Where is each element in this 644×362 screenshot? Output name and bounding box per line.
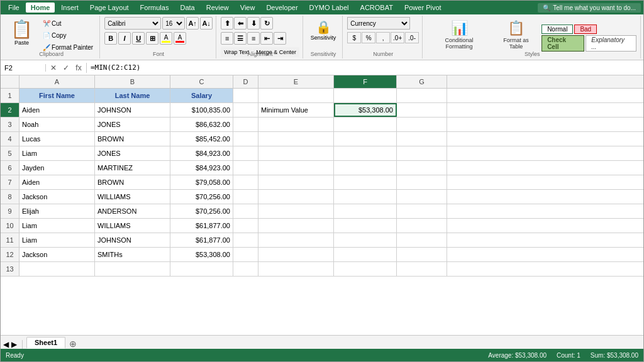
grid-cell[interactable]: Noah	[19, 118, 95, 131]
italic-button[interactable]: I	[118, 32, 131, 45]
grid-cell[interactable]	[334, 118, 397, 131]
grid-cell[interactable]: BROWN	[95, 175, 170, 189]
grid-cell[interactable]	[258, 175, 334, 189]
row-number[interactable]: 12	[1, 248, 19, 261]
grid-cell[interactable]: Elijah	[19, 204, 95, 218]
menu-page-layout[interactable]: Page Layout	[85, 3, 134, 13]
grid-cell[interactable]	[334, 190, 397, 204]
menu-acrobat[interactable]: ACROBAT	[355, 3, 398, 13]
grid-cell[interactable]	[233, 248, 258, 261]
grid-cell[interactable]: $79,058.00	[170, 175, 233, 189]
grid-cell[interactable]	[397, 132, 447, 146]
check-cell-style[interactable]: Check Cell	[541, 35, 584, 52]
grid-cell[interactable]: $70,256.00	[170, 190, 233, 204]
grid-cell[interactable]: JOHNSON	[95, 233, 170, 247]
row-number[interactable]: 11	[1, 233, 19, 247]
font-name-select[interactable]: Calibri	[104, 17, 161, 30]
menu-view[interactable]: View	[235, 3, 260, 13]
grid-cell[interactable]	[334, 248, 397, 261]
grid-cell[interactable]	[397, 248, 447, 261]
align-center-button[interactable]: ☰	[234, 32, 247, 45]
align-top-button[interactable]: ⬆	[221, 17, 233, 30]
sheet-nav-right[interactable]: ▶	[11, 340, 17, 349]
decrease-font-button[interactable]: A↓	[200, 17, 213, 30]
increase-font-button[interactable]: A↑	[186, 17, 199, 30]
sheet-tab-1[interactable]: Sheet1	[26, 337, 65, 349]
menu-file[interactable]: File	[3, 3, 25, 13]
grid-cell[interactable]: JONES	[95, 118, 170, 131]
grid-cell[interactable]	[258, 146, 334, 160]
grid-cell[interactable]	[258, 118, 334, 131]
menu-formulas[interactable]: Formulas	[135, 3, 174, 13]
grid-cell[interactable]: $86,632.00	[170, 118, 233, 131]
grid-cell[interactable]: ANDERSON	[95, 204, 170, 218]
comma-button[interactable]: ,	[376, 32, 390, 43]
formula-cancel-icon[interactable]: ✕	[48, 63, 58, 73]
tell-me-box[interactable]: 🔍 Tell me what you want to do...	[538, 3, 641, 13]
menu-review[interactable]: Review	[201, 3, 234, 13]
grid-cell[interactable]	[258, 132, 334, 146]
sensitivity-button[interactable]: 🔒 Sensitivity	[308, 17, 339, 43]
grid-cell[interactable]	[334, 233, 397, 247]
grid-cell[interactable]	[233, 146, 258, 160]
grid-cell[interactable]	[258, 248, 334, 261]
menu-developer[interactable]: Developer	[261, 3, 303, 13]
grid-cell[interactable]	[233, 103, 258, 117]
col-header-g[interactable]: G	[397, 75, 447, 88]
grid-cell[interactable]	[334, 89, 397, 102]
menu-power-pivot[interactable]: Power Pivot	[399, 3, 447, 13]
grid-cell[interactable]: $100,835.00	[170, 103, 233, 117]
dec-decrease-button[interactable]: .0-	[405, 32, 419, 43]
col-header-e[interactable]: E	[258, 75, 334, 88]
menu-insert[interactable]: Insert	[56, 3, 84, 13]
grid-cell[interactable]: JONES	[95, 146, 170, 160]
grid-cell[interactable]	[397, 190, 447, 204]
row-number[interactable]: 2	[1, 103, 19, 117]
grid-cell[interactable]: Jackson	[19, 190, 95, 204]
col-header-a[interactable]: A	[19, 75, 95, 88]
formula-insert-function-icon[interactable]: fx	[74, 63, 84, 73]
border-button[interactable]: ⊞	[146, 32, 158, 45]
align-bottom-button[interactable]: ⬇	[247, 17, 260, 30]
grid-cell[interactable]: SMITHs	[95, 248, 170, 261]
explanatory-style[interactable]: Explanatory ...	[586, 35, 636, 52]
grid-cell[interactable]: MARTINEZ	[95, 161, 170, 175]
menu-home[interactable]: Home	[26, 3, 55, 13]
grid-cell[interactable]	[258, 161, 334, 175]
row-number[interactable]: 7	[1, 175, 19, 189]
grid-cell[interactable]	[397, 233, 447, 247]
grid-cell[interactable]: Jayden	[19, 161, 95, 175]
row-number[interactable]: 10	[1, 219, 19, 233]
sheet-nav-left[interactable]: ◀	[3, 340, 9, 349]
grid-cell[interactable]	[233, 118, 258, 131]
text-direction-button[interactable]: ↻	[260, 17, 273, 30]
grid-cell[interactable]	[397, 89, 447, 102]
grid-cell[interactable]	[233, 132, 258, 146]
underline-button[interactable]: U	[132, 32, 145, 45]
col-header-c[interactable]: C	[170, 75, 233, 88]
grid-cell[interactable]	[233, 233, 258, 247]
grid-cell[interactable]	[397, 161, 447, 175]
col-header-f[interactable]: F	[334, 75, 397, 88]
dec-increase-button[interactable]: .0+	[391, 32, 404, 43]
align-right-button[interactable]: ≡	[247, 32, 260, 45]
grid-cell[interactable]	[397, 262, 447, 276]
copy-button[interactable]: 📄 Copy	[40, 30, 96, 41]
grid-cell[interactable]: $84,923.00	[170, 146, 233, 160]
grid-cell[interactable]: Last Name	[95, 89, 170, 102]
row-number[interactable]: 3	[1, 118, 19, 131]
align-left-button[interactable]: ≡	[221, 32, 233, 45]
grid-cell[interactable]	[258, 204, 334, 218]
row-number[interactable]: 13	[1, 262, 19, 276]
grid-cell[interactable]: First Name	[19, 89, 95, 102]
grid-cell[interactable]: WILLIAMS	[95, 219, 170, 233]
col-header-b[interactable]: B	[95, 75, 170, 88]
align-middle-button[interactable]: ⬅	[234, 17, 247, 30]
grid-cell[interactable]	[233, 190, 258, 204]
grid-cell[interactable]	[19, 262, 95, 276]
grid-cell[interactable]	[334, 161, 397, 175]
grid-cell[interactable]: Salary	[170, 89, 233, 102]
grid-cell[interactable]: Liam	[19, 233, 95, 247]
grid-cell[interactable]	[397, 146, 447, 160]
formula-confirm-icon[interactable]: ✓	[61, 63, 71, 73]
